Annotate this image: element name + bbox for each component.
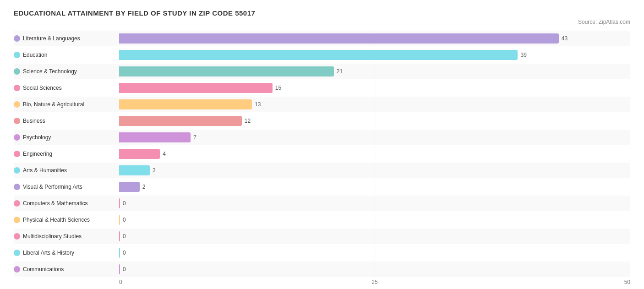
bar-dot xyxy=(14,217,20,223)
bar-dot xyxy=(14,52,20,58)
bar-fill xyxy=(119,33,559,44)
bar-container: 3 xyxy=(119,163,630,178)
bar-container: 15 xyxy=(119,80,630,96)
bar-dot xyxy=(14,151,20,157)
bar-label: Engineering xyxy=(14,151,119,157)
bar-row: Multidisciplinary Studies0 xyxy=(14,229,630,244)
bar-container: 43 xyxy=(119,31,630,46)
bar-label-text: Education xyxy=(23,52,47,58)
bar-fill xyxy=(119,248,120,258)
bar-label: Psychology xyxy=(14,134,119,141)
bar-row: Liberal Arts & History0 xyxy=(14,245,630,261)
bar-label-text: Bio, Nature & Agricultural xyxy=(23,101,84,108)
bar-label: Business xyxy=(14,118,119,124)
bar-fill xyxy=(119,198,120,208)
bar-dot xyxy=(14,266,20,273)
bar-dot xyxy=(14,167,20,174)
bar-row: Literature & Languages43 xyxy=(14,31,630,46)
bar-label-text: Multidisciplinary Studies xyxy=(23,233,82,240)
bar-label: Literature & Languages xyxy=(14,35,119,42)
bar-container: 0 xyxy=(119,229,630,244)
bar-fill xyxy=(119,116,242,126)
bar-label-text: Social Sciences xyxy=(23,85,62,91)
bar-row: Engineering4 xyxy=(14,146,630,162)
bar-value-label: 0 xyxy=(123,250,126,256)
bar-row: Science & Technology21 xyxy=(14,64,630,79)
bar-dot xyxy=(14,118,20,124)
bar-label: Bio, Nature & Agricultural xyxy=(14,101,119,108)
bar-container: 0 xyxy=(119,262,630,277)
bar-row: Education39 xyxy=(14,47,630,63)
bar-dot xyxy=(14,101,20,108)
bar-label-text: Liberal Arts & History xyxy=(23,250,74,256)
bar-dot xyxy=(14,35,20,42)
x-label-50: 50 xyxy=(460,279,630,285)
bar-container: 39 xyxy=(119,47,630,63)
bar-fill xyxy=(119,231,120,241)
bar-container: 21 xyxy=(119,64,630,79)
bar-row: Computers & Mathematics0 xyxy=(14,196,630,211)
bar-value-label: 12 xyxy=(245,118,251,124)
bar-label: Liberal Arts & History xyxy=(14,250,119,256)
bar-dot xyxy=(14,184,20,190)
bar-label-text: Engineering xyxy=(23,151,52,157)
bar-value-label: 0 xyxy=(123,200,126,207)
bar-row: Business12 xyxy=(14,113,630,129)
bar-label-text: Computers & Mathematics xyxy=(23,200,87,207)
bar-row: Communications0 xyxy=(14,262,630,277)
bar-fill xyxy=(119,165,150,175)
bar-value-label: 3 xyxy=(153,167,156,174)
bar-label: Education xyxy=(14,52,119,58)
bars-container: Literature & Languages43Education39Scien… xyxy=(14,31,630,277)
bar-label: Computers & Mathematics xyxy=(14,200,119,207)
bar-value-label: 21 xyxy=(337,68,343,75)
bar-label: Communications xyxy=(14,266,119,273)
bar-label: Science & Technology xyxy=(14,68,119,75)
bar-fill xyxy=(119,149,160,159)
bar-label-text: Physical & Health Sciences xyxy=(23,217,90,223)
bar-container: 13 xyxy=(119,97,630,112)
x-label-0: 0 xyxy=(119,279,289,285)
bar-dot xyxy=(14,250,20,256)
bar-dot xyxy=(14,200,20,207)
bar-label: Physical & Health Sciences xyxy=(14,217,119,223)
bar-label: Multidisciplinary Studies xyxy=(14,233,119,240)
bar-value-label: 43 xyxy=(562,35,568,42)
bar-label-text: Arts & Humanities xyxy=(23,167,67,174)
bar-value-label: 7 xyxy=(193,134,196,141)
bar-dot xyxy=(14,85,20,91)
bar-container: 0 xyxy=(119,212,630,228)
bar-label: Social Sciences xyxy=(14,85,119,91)
bar-container: 4 xyxy=(119,146,630,162)
bar-value-label: 0 xyxy=(123,233,126,240)
bar-fill xyxy=(119,66,334,76)
bar-container: 7 xyxy=(119,130,630,145)
bar-value-label: 2 xyxy=(142,184,146,190)
bar-container: 12 xyxy=(119,113,630,129)
bar-fill xyxy=(119,99,252,109)
bar-fill xyxy=(119,83,273,93)
bar-value-label: 4 xyxy=(163,151,166,157)
bar-row: Visual & Performing Arts2 xyxy=(14,179,630,195)
bar-label-text: Literature & Languages xyxy=(23,35,80,42)
bar-label-text: Psychology xyxy=(23,134,51,141)
bar-dot xyxy=(14,233,20,240)
bar-label-text: Visual & Performing Arts xyxy=(23,184,82,190)
bar-fill xyxy=(119,50,518,60)
bar-value-label: 0 xyxy=(123,217,126,223)
bar-dot xyxy=(14,134,20,141)
bar-label: Visual & Performing Arts xyxy=(14,184,119,190)
bar-value-label: 13 xyxy=(255,101,261,108)
bar-row: Bio, Nature & Agricultural13 xyxy=(14,97,630,112)
x-axis: 0 25 50 xyxy=(14,279,630,285)
bar-container: 0 xyxy=(119,196,630,211)
bar-row: Psychology7 xyxy=(14,130,630,145)
bar-fill xyxy=(119,182,140,192)
bar-row: Arts & Humanities3 xyxy=(14,163,630,178)
bar-label: Arts & Humanities xyxy=(14,167,119,174)
bar-dot xyxy=(14,68,20,75)
bar-container: 0 xyxy=(119,245,630,261)
bar-label-text: Communications xyxy=(23,266,64,273)
bar-value-label: 0 xyxy=(123,266,126,273)
bar-container: 2 xyxy=(119,179,630,195)
